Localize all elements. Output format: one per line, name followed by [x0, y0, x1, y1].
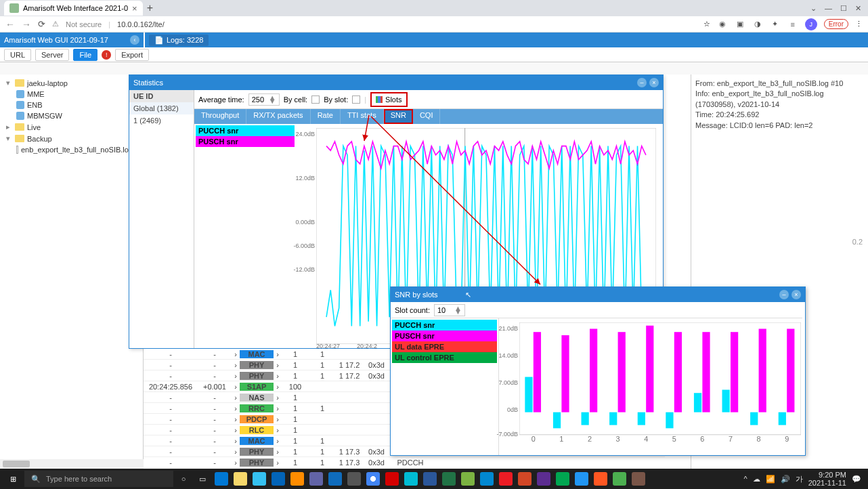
clock[interactable]: 9:20 PM 2021-11-11: [808, 471, 846, 487]
legend-pusch[interactable]: PUSCH snr: [196, 136, 295, 147]
app-icon[interactable]: [630, 470, 647, 488]
slots-button[interactable]: Slots: [370, 92, 407, 107]
legend-pusch[interactable]: PUSCH snr: [392, 331, 497, 341]
spinner-arrows-icon[interactable]: ▲▼: [269, 96, 276, 103]
scrollbar-thumb[interactable]: [3, 461, 30, 467]
app-icon[interactable]: [554, 470, 571, 488]
excel-icon[interactable]: [440, 470, 458, 488]
ue-row[interactable]: Global (1382): [129, 102, 194, 114]
close-window-icon[interactable]: ×: [791, 290, 801, 299]
app-icon[interactable]: [345, 470, 363, 488]
close-icon[interactable]: ✕: [855, 4, 861, 13]
collapse-sidebar-icon[interactable]: ‹: [130, 35, 139, 45]
collapse-icon[interactable]: ▾: [4, 79, 12, 87]
taskbar-search[interactable]: 🔍 Type here to search: [24, 471, 173, 487]
legend-pucch[interactable]: PUCCH snr: [392, 320, 497, 331]
filezilla-icon[interactable]: [383, 470, 401, 488]
file-button[interactable]: File: [73, 49, 97, 61]
app-icon[interactable]: [573, 470, 590, 488]
tree-node-logfile[interactable]: enb_export_lte_b3_full_noSIB.log: [0, 144, 143, 155]
start-button[interactable]: ⊞: [3, 470, 23, 488]
extension-icon[interactable]: ◑: [752, 19, 763, 30]
wifi-icon[interactable]: 📶: [766, 475, 775, 484]
new-tab-button[interactable]: +: [147, 2, 153, 14]
legend-pucch[interactable]: PUCCH snr: [196, 125, 295, 136]
browser-tab[interactable]: Amarisoft Web Interface 2021-0 ×: [4, 1, 143, 16]
reading-list-icon[interactable]: ≡: [787, 19, 798, 30]
log-row[interactable]: --›PHY›111 17.30x3dPDCCH: [144, 457, 665, 468]
app-icon[interactable]: [402, 470, 420, 488]
menu-icon[interactable]: ⋮: [855, 20, 863, 28]
star-icon[interactable]: ☆: [703, 20, 710, 28]
tab-tti[interactable]: TTI stats: [341, 109, 384, 124]
chrome-icon[interactable]: [364, 470, 382, 488]
ue-row[interactable]: 1 (2469): [129, 114, 194, 127]
server-button[interactable]: Server: [35, 49, 69, 61]
extensions-icon[interactable]: ✦: [770, 19, 781, 30]
alert-icon[interactable]: !: [102, 50, 111, 60]
app-icon[interactable]: [611, 470, 628, 488]
tree-node-root[interactable]: ▾ jaeku-laptop: [0, 77, 143, 89]
tab-rxtx[interactable]: RX/TX packets: [246, 109, 310, 124]
extension-icon[interactable]: ◉: [717, 19, 728, 30]
app-icon[interactable]: [213, 470, 230, 488]
maximize-icon[interactable]: ☐: [840, 4, 847, 13]
app-icon[interactable]: [478, 470, 496, 488]
sidebar-h-scrollbar[interactable]: [0, 459, 144, 469]
tree-node[interactable]: MME: [0, 89, 143, 100]
app-icon[interactable]: [592, 470, 609, 488]
explorer-icon[interactable]: [232, 470, 249, 488]
back-button[interactable]: ←: [5, 19, 15, 30]
onedrive-icon[interactable]: [269, 470, 287, 488]
reload-button[interactable]: ⟳: [38, 19, 45, 29]
snr-bar-chart[interactable]: 0123456789 21.0dB 14.0dB 7.00dB 0dB -7.0…: [499, 318, 805, 455]
export-button[interactable]: Export: [115, 49, 149, 61]
language-icon[interactable]: 가: [796, 474, 803, 484]
extension-icon[interactable]: ▣: [735, 19, 745, 30]
tab-throughput[interactable]: Throughput: [194, 109, 246, 124]
window-titlebar[interactable]: Statistics – ×: [129, 75, 663, 90]
close-window-icon[interactable]: ×: [649, 78, 659, 87]
slot-count-input[interactable]: 10 ▲▼: [434, 304, 465, 316]
teams-icon[interactable]: [307, 470, 325, 488]
tree-node[interactable]: MBMSGW: [0, 110, 143, 121]
app-icon[interactable]: [535, 470, 552, 488]
tab-rate[interactable]: Rate: [311, 109, 341, 124]
minimize-window-icon[interactable]: –: [779, 290, 789, 299]
tab-cqi[interactable]: CQI: [413, 109, 441, 124]
notifications-icon[interactable]: 💬: [852, 475, 861, 484]
by-cell-checkbox[interactable]: [311, 95, 320, 104]
app-icon[interactable]: [459, 470, 477, 488]
tray-expand-icon[interactable]: ^: [744, 475, 747, 483]
logs-button[interactable]: 📄 Logs: 3228: [149, 35, 209, 46]
word-icon[interactable]: [421, 470, 439, 488]
volume-icon[interactable]: 🔊: [781, 475, 790, 484]
tab-snr[interactable]: SNR: [384, 109, 413, 124]
chevron-down-icon[interactable]: ⌄: [810, 4, 817, 13]
error-badge[interactable]: Error: [824, 19, 848, 29]
mail-icon[interactable]: [326, 470, 344, 488]
powerpoint-icon[interactable]: [516, 470, 534, 488]
task-view-icon[interactable]: ▭: [194, 470, 211, 488]
cortana-icon[interactable]: ○: [175, 470, 192, 488]
minimize-window-icon[interactable]: –: [637, 78, 647, 87]
address-bar[interactable]: 10.0.0.162/lte/: [117, 20, 165, 28]
window-titlebar[interactable]: SNR by slots ↖ – ×: [391, 287, 805, 302]
snip-icon[interactable]: [288, 470, 306, 488]
acrobat-icon[interactable]: [497, 470, 515, 488]
minimize-icon[interactable]: —: [825, 4, 832, 13]
expand-icon[interactable]: ▸: [4, 123, 12, 131]
legend-uldata[interactable]: UL data EPRE: [392, 341, 497, 352]
profile-avatar[interactable]: J: [805, 18, 817, 30]
collapse-icon[interactable]: ▾: [4, 134, 12, 143]
cloud-icon[interactable]: ☁: [753, 475, 760, 484]
tab-close-icon[interactable]: ×: [132, 3, 137, 14]
tree-node[interactable]: ENB: [0, 100, 143, 110]
edge-icon[interactable]: [251, 470, 268, 488]
avg-time-input[interactable]: 250 ▲▼: [248, 93, 280, 106]
lock-icon[interactable]: ⚠: [52, 20, 59, 28]
spinner-arrows-icon[interactable]: ▲▼: [454, 307, 462, 314]
by-slot-checkbox[interactable]: [352, 95, 360, 104]
url-button[interactable]: URL: [4, 49, 31, 61]
legend-ulctrl[interactable]: UL control EPRE: [392, 352, 497, 363]
